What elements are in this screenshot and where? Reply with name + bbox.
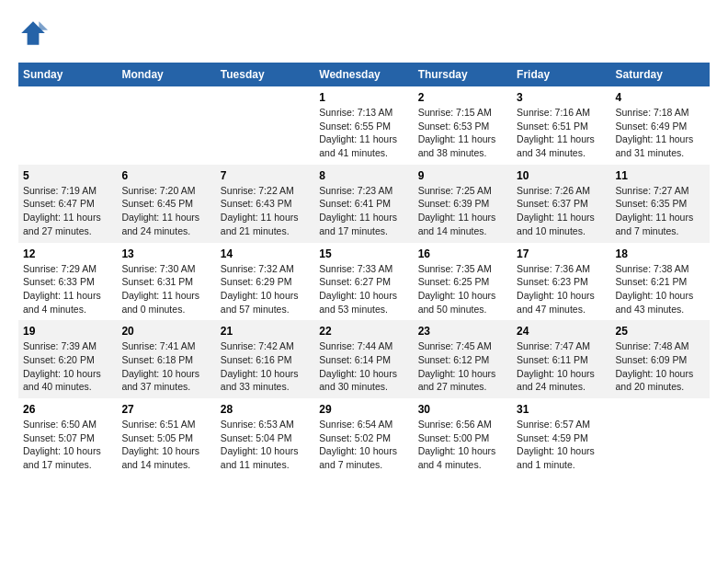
logo (18, 18, 51, 48)
cell-info: Sunrise: 7:36 AM Sunset: 6:23 PM Dayligh… (517, 262, 606, 316)
date-number: 25 (616, 325, 705, 338)
calendar-cell: 19Sunrise: 7:39 AM Sunset: 6:20 PM Dayli… (18, 320, 117, 398)
cell-info: Sunrise: 6:54 AM Sunset: 5:02 PM Dayligh… (319, 418, 408, 472)
calendar-cell: 26Sunrise: 6:50 AM Sunset: 5:07 PM Dayli… (18, 398, 117, 477)
date-number: 3 (517, 91, 606, 104)
cell-info: Sunrise: 7:39 AM Sunset: 6:20 PM Dayligh… (23, 339, 112, 394)
date-number: 12 (23, 247, 112, 260)
day-header-friday: Friday (512, 63, 610, 86)
calendar-cell: 28Sunrise: 6:53 AM Sunset: 5:04 PM Dayli… (216, 398, 314, 477)
calendar-cell: 20Sunrise: 7:41 AM Sunset: 6:18 PM Dayli… (117, 320, 215, 398)
calendar-cell: 12Sunrise: 7:29 AM Sunset: 6:33 PM Dayli… (18, 243, 117, 321)
date-number: 2 (418, 91, 507, 104)
calendar-week-row: 12Sunrise: 7:29 AM Sunset: 6:33 PM Dayli… (18, 243, 710, 321)
calendar-cell: 29Sunrise: 6:54 AM Sunset: 5:02 PM Dayli… (314, 398, 413, 477)
calendar-week-row: 1Sunrise: 7:13 AM Sunset: 6:55 PM Daylig… (18, 86, 710, 165)
calendar-cell: 1Sunrise: 7:13 AM Sunset: 6:55 PM Daylig… (314, 86, 413, 165)
calendar-cell: 7Sunrise: 7:22 AM Sunset: 6:43 PM Daylig… (216, 165, 314, 243)
calendar-cell (117, 86, 215, 165)
cell-info: Sunrise: 7:41 AM Sunset: 6:18 PM Dayligh… (121, 339, 210, 394)
calendar-cell: 2Sunrise: 7:15 AM Sunset: 6:53 PM Daylig… (414, 86, 512, 165)
day-header-thursday: Thursday (414, 63, 512, 86)
calendar-cell (611, 398, 710, 477)
date-number: 7 (221, 169, 310, 182)
calendar-cell: 14Sunrise: 7:32 AM Sunset: 6:29 PM Dayli… (216, 243, 314, 321)
page-header (18, 18, 710, 48)
cell-info: Sunrise: 6:53 AM Sunset: 5:04 PM Dayligh… (221, 418, 310, 472)
cell-info: Sunrise: 7:48 AM Sunset: 6:09 PM Dayligh… (616, 339, 705, 394)
calendar-cell (18, 86, 117, 165)
logo-icon (18, 18, 48, 48)
calendar-table: SundayMondayTuesdayWednesdayThursdayFrid… (18, 63, 710, 477)
calendar-cell (216, 86, 314, 165)
date-number: 31 (517, 403, 606, 416)
cell-info: Sunrise: 7:33 AM Sunset: 6:27 PM Dayligh… (319, 262, 408, 316)
cell-info: Sunrise: 7:38 AM Sunset: 6:21 PM Dayligh… (616, 262, 705, 316)
calendar-cell: 3Sunrise: 7:16 AM Sunset: 6:51 PM Daylig… (512, 86, 610, 165)
date-number: 16 (418, 247, 507, 260)
calendar-cell: 21Sunrise: 7:42 AM Sunset: 6:16 PM Dayli… (216, 320, 314, 398)
date-number: 9 (418, 169, 507, 182)
cell-info: Sunrise: 7:30 AM Sunset: 6:31 PM Dayligh… (121, 262, 210, 316)
cell-info: Sunrise: 6:57 AM Sunset: 4:59 PM Dayligh… (517, 418, 606, 472)
date-number: 5 (23, 169, 112, 182)
cell-info: Sunrise: 7:18 AM Sunset: 6:49 PM Dayligh… (616, 106, 705, 160)
calendar-cell: 11Sunrise: 7:27 AM Sunset: 6:35 PM Dayli… (611, 165, 710, 243)
calendar-cell: 5Sunrise: 7:19 AM Sunset: 6:47 PM Daylig… (18, 165, 117, 243)
date-number: 19 (23, 325, 112, 338)
cell-info: Sunrise: 7:45 AM Sunset: 6:12 PM Dayligh… (418, 339, 507, 394)
cell-info: Sunrise: 7:13 AM Sunset: 6:55 PM Dayligh… (319, 106, 408, 160)
cell-info: Sunrise: 6:56 AM Sunset: 5:00 PM Dayligh… (418, 418, 507, 472)
date-number: 11 (616, 169, 705, 182)
calendar-body: 1Sunrise: 7:13 AM Sunset: 6:55 PM Daylig… (18, 86, 710, 477)
date-number: 14 (221, 247, 310, 260)
date-number: 29 (319, 403, 408, 416)
cell-info: Sunrise: 7:27 AM Sunset: 6:35 PM Dayligh… (616, 184, 705, 238)
cell-info: Sunrise: 6:50 AM Sunset: 5:07 PM Dayligh… (23, 418, 112, 472)
cell-info: Sunrise: 7:29 AM Sunset: 6:33 PM Dayligh… (23, 262, 112, 316)
cell-info: Sunrise: 7:26 AM Sunset: 6:37 PM Dayligh… (517, 184, 606, 238)
date-number: 1 (319, 91, 408, 104)
date-number: 20 (121, 325, 210, 338)
date-number: 28 (221, 403, 310, 416)
date-number: 17 (517, 247, 606, 260)
calendar-cell: 23Sunrise: 7:45 AM Sunset: 6:12 PM Dayli… (414, 320, 512, 398)
cell-info: Sunrise: 7:23 AM Sunset: 6:41 PM Dayligh… (319, 184, 408, 238)
calendar-cell: 13Sunrise: 7:30 AM Sunset: 6:31 PM Dayli… (117, 243, 215, 321)
date-number: 26 (23, 403, 112, 416)
day-header-saturday: Saturday (611, 63, 710, 86)
date-number: 18 (616, 247, 705, 260)
date-number: 21 (221, 325, 310, 338)
calendar-cell: 25Sunrise: 7:48 AM Sunset: 6:09 PM Dayli… (611, 320, 710, 398)
cell-info: Sunrise: 7:22 AM Sunset: 6:43 PM Dayligh… (221, 184, 310, 238)
cell-info: Sunrise: 6:51 AM Sunset: 5:05 PM Dayligh… (121, 418, 210, 472)
date-number: 6 (121, 169, 210, 182)
cell-info: Sunrise: 7:32 AM Sunset: 6:29 PM Dayligh… (221, 262, 310, 316)
calendar-cell: 9Sunrise: 7:25 AM Sunset: 6:39 PM Daylig… (414, 165, 512, 243)
cell-info: Sunrise: 7:42 AM Sunset: 6:16 PM Dayligh… (221, 339, 310, 394)
calendar-cell: 8Sunrise: 7:23 AM Sunset: 6:41 PM Daylig… (314, 165, 413, 243)
day-header-wednesday: Wednesday (314, 63, 413, 86)
calendar-week-row: 19Sunrise: 7:39 AM Sunset: 6:20 PM Dayli… (18, 320, 710, 398)
calendar-header-row: SundayMondayTuesdayWednesdayThursdayFrid… (18, 63, 710, 86)
calendar-cell: 30Sunrise: 6:56 AM Sunset: 5:00 PM Dayli… (414, 398, 512, 477)
date-number: 22 (319, 325, 408, 338)
calendar-cell: 15Sunrise: 7:33 AM Sunset: 6:27 PM Dayli… (314, 243, 413, 321)
calendar-cell: 4Sunrise: 7:18 AM Sunset: 6:49 PM Daylig… (611, 86, 710, 165)
date-number: 15 (319, 247, 408, 260)
svg-marker-1 (39, 21, 48, 30)
calendar-cell: 31Sunrise: 6:57 AM Sunset: 4:59 PM Dayli… (512, 398, 610, 477)
cell-info: Sunrise: 7:19 AM Sunset: 6:47 PM Dayligh… (23, 184, 112, 238)
cell-info: Sunrise: 7:25 AM Sunset: 6:39 PM Dayligh… (418, 184, 507, 238)
day-header-monday: Monday (117, 63, 215, 86)
date-number: 27 (121, 403, 210, 416)
date-number: 13 (121, 247, 210, 260)
cell-info: Sunrise: 7:44 AM Sunset: 6:14 PM Dayligh… (319, 339, 408, 394)
calendar-cell: 18Sunrise: 7:38 AM Sunset: 6:21 PM Dayli… (611, 243, 710, 321)
calendar-week-row: 5Sunrise: 7:19 AM Sunset: 6:47 PM Daylig… (18, 165, 710, 243)
date-number: 4 (616, 91, 705, 104)
calendar-cell: 22Sunrise: 7:44 AM Sunset: 6:14 PM Dayli… (314, 320, 413, 398)
date-number: 24 (517, 325, 606, 338)
calendar-cell: 16Sunrise: 7:35 AM Sunset: 6:25 PM Dayli… (414, 243, 512, 321)
cell-info: Sunrise: 7:20 AM Sunset: 6:45 PM Dayligh… (121, 184, 210, 238)
